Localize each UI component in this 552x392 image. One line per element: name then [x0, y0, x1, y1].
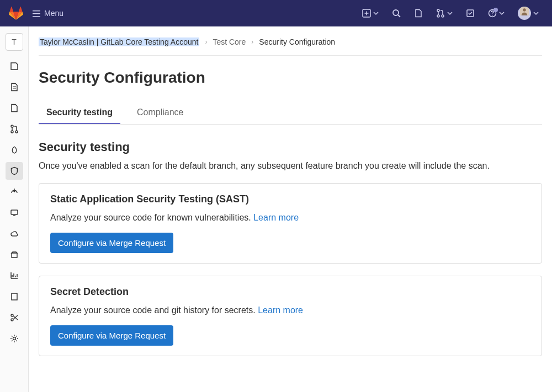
search-icon: [392, 9, 401, 18]
chevron-down-icon: [499, 10, 505, 16]
left-sidebar: T: [0, 26, 29, 392]
sidebar-deployments[interactable]: [6, 183, 23, 201]
svg-rect-13: [11, 210, 18, 214]
configure-secret-detection-button[interactable]: Configure via Merge Request: [50, 325, 173, 346]
sidebar-packages[interactable]: [6, 246, 23, 264]
project-avatar[interactable]: T: [6, 33, 23, 51]
sidebar-wiki[interactable]: [6, 288, 23, 305]
help-icon: [488, 9, 497, 18]
merge-icon: [10, 125, 19, 133]
merge-requests-dropdown-button[interactable]: [432, 6, 457, 21]
svg-point-9: [523, 8, 526, 11]
breadcrumb-item-account[interactable]: Taylor McCaslin | GitLab Core Testing Ac…: [39, 37, 199, 46]
svg-point-15: [11, 319, 13, 321]
breadcrumb-separator: ›: [251, 38, 253, 46]
svg-point-2: [437, 9, 439, 12]
chevron-down-icon: [533, 10, 539, 16]
top-nav: Menu: [0, 0, 552, 26]
tab-compliance[interactable]: Compliance: [129, 102, 191, 124]
main-content: Taylor McCaslin | GitLab Core Testing Ac…: [29, 26, 552, 392]
tab-security-testing[interactable]: Security testing: [39, 102, 120, 124]
breadcrumb-separator: ›: [205, 38, 207, 46]
user-dropdown-button[interactable]: [513, 3, 543, 23]
svg-point-3: [437, 15, 439, 17]
chevron-down-icon: [447, 10, 453, 16]
section-description: Once you've enabled a scan for the defau…: [39, 161, 542, 171]
menu-label: Menu: [44, 9, 63, 18]
monitor-icon: [10, 208, 19, 217]
search-button[interactable]: [388, 6, 405, 21]
avatar: [518, 7, 531, 20]
cloud-icon: [10, 229, 19, 238]
svg-point-1: [393, 10, 399, 15]
rocket-icon: [10, 146, 19, 154]
file-icon: [10, 83, 19, 92]
plus-box-icon: [362, 9, 371, 18]
card-title: Static Application Security Testing (SAS…: [50, 194, 530, 205]
sidebar-security[interactable]: [6, 162, 23, 180]
section-title: Security testing: [39, 140, 542, 154]
project-icon: [10, 62, 19, 71]
hamburger-icon: [32, 9, 41, 18]
svg-point-12: [15, 131, 18, 133]
breadcrumb-item-project[interactable]: Test Core: [213, 37, 246, 46]
sidebar-project-info[interactable]: [6, 57, 23, 75]
merge-request-icon: [436, 9, 445, 18]
sidebar-repository[interactable]: [6, 78, 23, 96]
new-dropdown-button[interactable]: [358, 6, 383, 21]
card-description: Analyze your source code and git history…: [50, 305, 530, 315]
book-icon: [10, 292, 19, 301]
sidebar-analytics[interactable]: [6, 267, 23, 284]
card-sast: Static Application Security Testing (SAS…: [39, 183, 542, 264]
deploy-icon: [10, 187, 19, 196]
sidebar-cicd[interactable]: [6, 141, 23, 159]
svg-point-4: [442, 15, 444, 17]
todos-button[interactable]: [461, 6, 479, 21]
configure-sast-button[interactable]: Configure via Merge Request: [50, 233, 173, 253]
issue-icon: [10, 104, 19, 112]
shield-icon: [10, 167, 19, 175]
card-title: Secret Detection: [50, 286, 530, 298]
svg-point-10: [11, 125, 13, 127]
card-description: Analyze your source code for known vulne…: [50, 213, 530, 223]
chart-icon: [10, 271, 19, 280]
sidebar-monitor[interactable]: [6, 204, 23, 222]
tabs: Security testing Compliance: [39, 102, 542, 125]
package-icon: [10, 250, 19, 259]
svg-point-7: [492, 15, 493, 16]
breadcrumb-item-current: Security Configuration: [259, 37, 335, 46]
gitlab-logo-icon[interactable]: [9, 7, 23, 20]
sidebar-issues[interactable]: [6, 99, 23, 117]
sidebar-settings[interactable]: [6, 330, 23, 347]
help-button[interactable]: [484, 6, 509, 21]
todo-icon: [466, 9, 475, 18]
svg-point-14: [11, 314, 13, 316]
gear-icon: [10, 334, 19, 343]
document-icon: [414, 9, 423, 18]
issues-button[interactable]: [410, 6, 427, 21]
svg-point-16: [13, 337, 15, 340]
chevron-down-icon: [373, 10, 379, 16]
svg-point-11: [11, 131, 13, 133]
card-secret-detection: Secret Detection Analyze your source cod…: [39, 276, 542, 356]
sidebar-merge-requests[interactable]: [6, 120, 23, 138]
learn-more-link[interactable]: Learn more: [253, 213, 299, 222]
sidebar-infrastructure[interactable]: [6, 225, 23, 243]
learn-more-link[interactable]: Learn more: [258, 305, 303, 315]
card-desc-text: Analyze your source code for known vulne…: [50, 213, 251, 222]
card-desc-text: Analyze your source code and git history…: [50, 305, 256, 315]
breadcrumb: Taylor McCaslin | GitLab Core Testing Ac…: [39, 37, 542, 56]
menu-button[interactable]: Menu: [28, 6, 68, 21]
scissors-icon: [10, 313, 19, 322]
sidebar-snippets[interactable]: [6, 309, 23, 326]
page-title: Security Configuration: [39, 69, 542, 87]
